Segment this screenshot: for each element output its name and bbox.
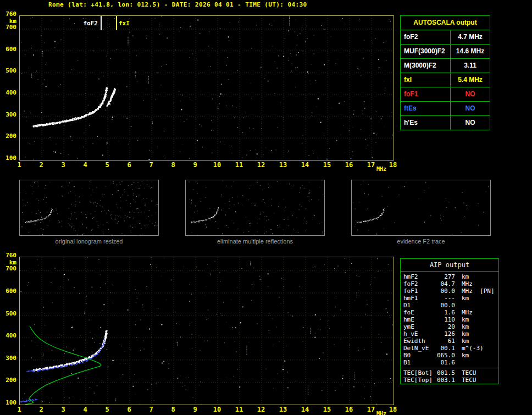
page-title: Rome (lat: +41.8, lon: 012.5) - DATE: 20… [48, 1, 307, 8]
ionogram-ytick-600: 600 [1, 47, 16, 52]
autoscala-row-ftEs: ftEsNO [401, 101, 490, 115]
ionogram-xtick-1: 1 [13, 162, 26, 168]
aip-param-value: 277 [435, 273, 455, 280]
autoscala-table-title: AUTOSCALA output [401, 16, 490, 30]
restored-xtick-5: 5 [101, 407, 114, 412]
aip-param-label: foE [401, 309, 435, 316]
ionogram-ytick-300: 300 [1, 112, 16, 118]
thumbnail-canvas-1 [20, 180, 158, 235]
aip-param-label: foF2 [401, 280, 435, 287]
restored-ytick-700: 700 [1, 266, 16, 272]
autoscala-screen: Rome (lat: +41.8, lon: 012.5) - DATE: 20… [0, 0, 532, 415]
thumbnail-2 [185, 180, 325, 236]
ionogram-xtick-9: 9 [189, 162, 202, 168]
aip-param-value: --- [435, 295, 455, 302]
aip-param-value: 20 [435, 323, 455, 330]
aip-param-label: B1 [401, 359, 435, 366]
aip-row-TEC[Top]: TEC[Top]003.1TECU [401, 377, 498, 384]
fof2-marker-label: foF2 [79, 20, 98, 27]
ionogram-y-axis-unit: km [1, 19, 16, 24]
aip-param-value: 00.1 [435, 345, 455, 352]
ionogram-canvas [20, 16, 394, 160]
autoscala-output-table: AUTOSCALA output foF24.7 MHzMUF(3000)F21… [400, 15, 490, 130]
autoscala-param-value: 3.11 [451, 59, 490, 73]
autoscala-param-label: MUF(3000)F2 [401, 45, 451, 58]
aip-param-value: 065.0 [435, 352, 455, 359]
restored-xtick-14: 14 [298, 407, 312, 412]
aip-param-value: 001.5 [435, 369, 455, 377]
restored-ytick-500: 500 [1, 311, 16, 317]
aip-param-unit [455, 302, 462, 309]
autoscala-row-foF2: foF24.7 MHz [401, 30, 490, 44]
ionogram-xtick-14: 14 [298, 162, 312, 168]
autoscala-row-foF1: foF1NO [401, 87, 490, 101]
aip-table-title: AIP output [401, 259, 498, 272]
aip-param-value: 61 [435, 337, 455, 345]
aip-param-label: TEC[Top] [401, 377, 435, 384]
aip-param-unit: MHz [455, 309, 473, 316]
aip-param-value: 1.6 [435, 309, 455, 316]
ionogram-xtick-11: 11 [232, 162, 246, 168]
thumbnail-caption-3: evidence F2 trace [351, 238, 491, 245]
ionogram-ytick-200: 200 [1, 134, 16, 139]
autoscala-param-label: foF1 [401, 87, 451, 101]
ionogram-xtick-17: 17 [364, 162, 378, 168]
autoscala-param-label: M(3000)F2 [401, 59, 451, 73]
autoscala-param-value: 5.4 MHz [451, 73, 490, 87]
aip-table-rows: hmF2277kmfoF204.7MHzfoF100.0MHz [PN]hmF1… [401, 272, 498, 384]
restored-xtick-4: 4 [79, 407, 92, 412]
autoscala-param-value: NO [451, 116, 490, 130]
aip-param-value: 04.7 [435, 280, 455, 287]
restored-ionogram-plot [19, 257, 394, 405]
aip-param-label: D1 [401, 302, 435, 309]
ionogram-xtick-5: 5 [101, 162, 114, 168]
ionogram-xtick-3: 3 [57, 162, 70, 168]
thumbnail-canvas-3 [352, 180, 490, 235]
ionogram-xtick-18: 18 [386, 162, 400, 168]
aip-param-unit: MHz [455, 280, 473, 287]
aip-row-foE: foE1.6MHz [401, 309, 498, 316]
restored-xtick-6: 6 [123, 407, 136, 412]
ionogram-xtick-13: 13 [276, 162, 290, 168]
thumbnail-3 [351, 180, 491, 236]
aip-param-value: 00.0 [435, 287, 455, 295]
restored-xtick-9: 9 [189, 407, 202, 412]
restored-ytick-200: 200 [1, 378, 16, 383]
aip-param-unit [455, 359, 462, 366]
aip-param-unit: km [455, 316, 469, 323]
ionogram-ytick-400: 400 [1, 90, 16, 96]
aip-param-unit: km [455, 330, 469, 337]
restored-ytick-400: 400 [1, 333, 16, 339]
aip-param-label: ymE [401, 323, 435, 330]
restored-xtick-12: 12 [254, 407, 268, 412]
ionogram-ytick-100: 100 [1, 156, 16, 161]
aip-param-value: 01.6 [435, 359, 455, 366]
autoscala-row-MUF(3000)F2: MUF(3000)F214.6 MHz [401, 44, 490, 58]
ionogram-xtick-15: 15 [320, 162, 334, 168]
autoscala-row-M(3000)F2: M(3000)F23.11 [401, 58, 490, 73]
aip-output-table: AIP output hmF2277kmfoF204.7MHzfoF100.0M… [400, 258, 499, 384]
aip-row-hmF1: hmF1---km [401, 295, 498, 302]
aip-row-hmE: hmE110km [401, 316, 498, 323]
aip-param-label: foF1 [401, 287, 435, 295]
aip-row-hmF2: hmF2277km [401, 273, 498, 280]
aip-row-B1: B101.6 [401, 359, 498, 366]
aip-param-label: DelN_vE [401, 345, 435, 352]
thumbnail-1 [19, 180, 159, 236]
ionogram-plot [19, 15, 394, 161]
restored-ionogram-canvas [20, 257, 394, 405]
ionogram-ytick-500: 500 [1, 68, 16, 74]
ionogram-ytick-700: 700 [1, 25, 16, 30]
aip-param-label: Ewidth [401, 337, 435, 345]
restored-xtick-17: 17 [364, 407, 378, 412]
restored-xtick-10: 10 [210, 407, 224, 412]
ionogram-xtick-2: 2 [35, 162, 48, 168]
restored-ytick-300: 300 [1, 356, 16, 361]
autoscala-param-value: 14.6 MHz [451, 45, 490, 58]
aip-row-TEC[Bot]: TEC[Bot]001.5TECU [401, 369, 498, 377]
restored-xtick-2: 2 [35, 407, 48, 412]
restored-xtick-15: 15 [320, 407, 334, 412]
aip-param-label: B0 [401, 352, 435, 359]
restored-xtick-18: 18 [386, 407, 400, 412]
thumbnail-caption-1: original ionogram resized [19, 238, 159, 245]
